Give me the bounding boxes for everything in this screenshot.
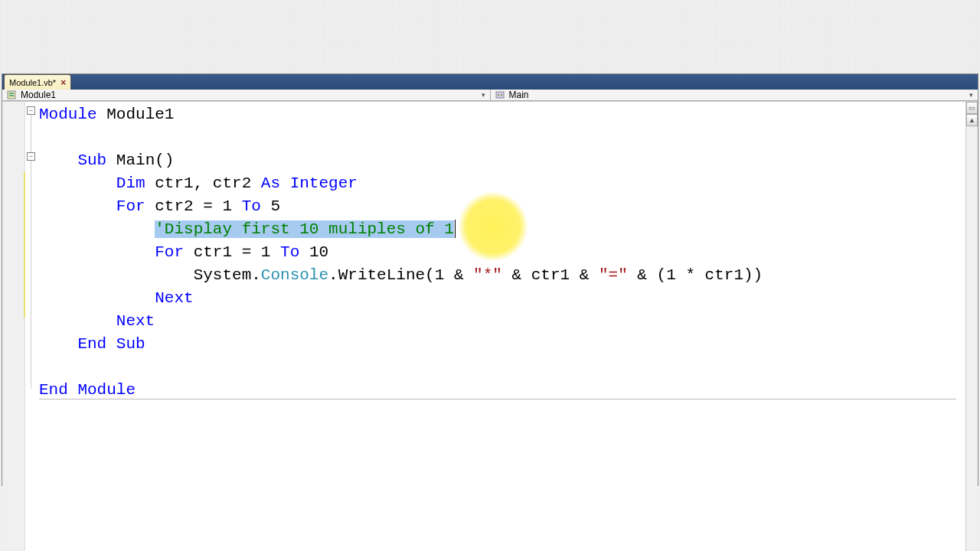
code-line: Next [39, 310, 155, 333]
code-line: System.Console.WriteLine(1 & "*" & ctr1 … [39, 264, 763, 287]
vertical-scrollbar[interactable]: ▭ ▲ ▼ [965, 102, 978, 551]
scroll-up-button[interactable]: ▲ [966, 114, 978, 126]
tab-label: Module1.vb* [9, 78, 56, 87]
type-dropdown-label: Module1 [21, 90, 56, 100]
code-text-area[interactable]: Module Module1 Sub Main() Dim ctr1, ctr2… [39, 102, 965, 551]
code-editor[interactable]: − − Module Module1 Sub Main() Dim ctr1, … [2, 101, 978, 551]
module-icon [7, 90, 16, 99]
chevron-down-icon: ▾ [969, 91, 973, 99]
document-tab-module1[interactable]: Module1.vb* × [4, 74, 71, 90]
code-line: For ctr2 = 1 To 5 [39, 195, 280, 218]
close-icon[interactable]: × [60, 78, 66, 87]
cursor-highlight-spotlight [459, 192, 528, 261]
svg-rect-1 [9, 93, 14, 94]
code-line: Module Module1 [39, 103, 174, 126]
navigation-bar: Module1 ▾ Main ▾ [2, 90, 978, 101]
fold-toggle[interactable]: − [27, 152, 35, 161]
outlining-margin: − − [25, 102, 39, 551]
code-line-selected: 'Display first 10 muliples of 1 [39, 218, 456, 241]
document-tab-bar: Module1.vb* × [2, 74, 978, 90]
code-line: Next [39, 287, 194, 310]
end-of-module-separator [39, 399, 956, 399]
code-line: Dim ctr1, ctr2 As Integer [39, 172, 358, 195]
svg-point-5 [500, 94, 501, 96]
code-line: End Sub [39, 333, 145, 356]
type-dropdown[interactable]: Module1 ▾ [2, 90, 491, 100]
svg-rect-3 [496, 92, 504, 98]
chevron-down-icon: ▾ [482, 91, 485, 99]
member-dropdown-label: Main [509, 90, 529, 100]
editor-window: Module1.vb* × Module1 ▾ Main ▾ − − [2, 73, 978, 486]
code-line: Sub Main() [39, 149, 174, 172]
indicator-margin [2, 102, 25, 551]
method-icon [495, 90, 505, 99]
splitter-handle[interactable]: ▭ [966, 102, 978, 114]
svg-rect-2 [9, 95, 14, 96]
text-caret [455, 220, 456, 238]
svg-point-4 [497, 94, 498, 96]
member-dropdown[interactable]: Main ▾ [491, 90, 978, 100]
code-line: For ctr1 = 1 To 10 [39, 241, 328, 264]
fold-toggle[interactable]: − [27, 106, 35, 115]
window-chrome-placeholder [0, 0, 980, 73]
